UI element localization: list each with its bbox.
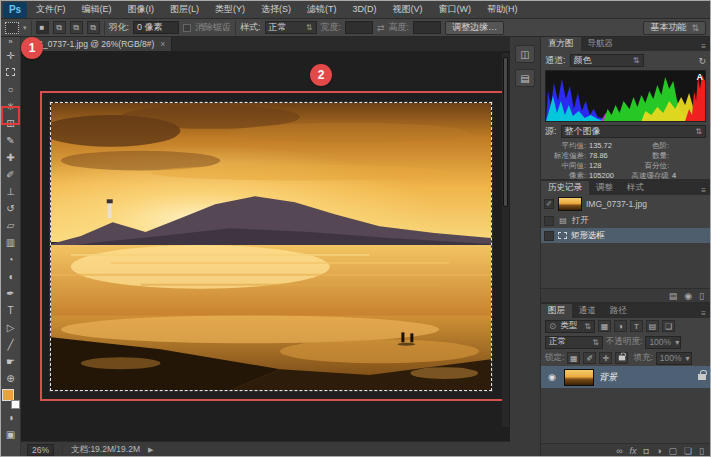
lock-transparent-pixels-icon[interactable]: ▦	[567, 352, 580, 364]
new-snapshot-icon[interactable]: ◉	[684, 291, 692, 301]
source-select[interactable]: 整个图像 ⇅	[561, 125, 706, 138]
zoom-level-input[interactable]: 26%	[27, 444, 54, 456]
fill-select[interactable]: 100% ▾	[656, 352, 692, 365]
add-selection-mode-button[interactable]: ⧉	[53, 21, 66, 34]
menu-view[interactable]: 视图(V)	[386, 1, 430, 18]
panel-menu-icon[interactable]: ≡	[697, 309, 710, 318]
document-image[interactable]	[50, 102, 492, 391]
feather-input[interactable]: 0 像素	[133, 21, 179, 34]
background-color-swatch[interactable]	[11, 400, 20, 409]
background-layer-row[interactable]: ◉ 背景	[541, 366, 710, 388]
subtract-selection-mode-button[interactable]: ⧉	[70, 21, 83, 34]
refresh-histogram-icon[interactable]: ↻	[698, 56, 706, 66]
history-brush-source-icon[interactable]: ✐	[544, 199, 554, 209]
filter-shape-layers-icon[interactable]: ▤	[646, 320, 659, 332]
history-step-marquee[interactable]: 矩形选框	[541, 228, 710, 243]
menu-file[interactable]: 文件(F)	[29, 1, 73, 18]
pen-tool[interactable]: ✒	[1, 285, 20, 302]
new-selection-mode-button[interactable]: ■	[36, 21, 49, 34]
link-layers-icon[interactable]: ∞	[616, 446, 622, 456]
delete-layer-icon[interactable]: ▯	[699, 446, 704, 456]
vertical-scrollbar[interactable]	[502, 53, 509, 427]
new-layer-icon[interactable]: ❏	[684, 446, 692, 456]
lock-all-icon[interactable]	[615, 352, 628, 364]
eraser-tool[interactable]: ▱	[1, 217, 20, 234]
style-select[interactable]: 正常 ⇅	[265, 21, 317, 34]
history-brush-tool[interactable]: ↺	[1, 200, 20, 217]
menu-image[interactable]: 图像(I)	[121, 1, 162, 18]
gradient-tool[interactable]: ▥	[1, 234, 20, 251]
blur-tool[interactable]: ◔	[1, 251, 20, 268]
menu-filter[interactable]: 滤镜(T)	[300, 1, 344, 18]
cached-data-warning-icon[interactable]: A	[697, 72, 704, 82]
menu-edit[interactable]: 编辑(E)	[75, 1, 119, 18]
menu-type[interactable]: 类型(Y)	[208, 1, 252, 18]
intersect-selection-mode-button[interactable]: ⧉	[87, 21, 100, 34]
clone-stamp-tool[interactable]: ⊥	[1, 183, 20, 200]
blend-mode-select[interactable]: 正常 ⇅	[545, 336, 603, 349]
menu-3d[interactable]: 3D(D)	[346, 1, 384, 18]
quick-mask-button[interactable]: ◑	[1, 409, 20, 426]
history-source-well[interactable]	[544, 231, 554, 241]
rectangular-marquee-tool[interactable]	[1, 64, 20, 81]
tab-history[interactable]: 历史记录	[541, 181, 589, 195]
tab-navigator[interactable]: 导航器	[581, 37, 621, 51]
tab-adjustments[interactable]: 调整	[589, 181, 620, 195]
workspace-select[interactable]: 基本功能 ⇅	[643, 21, 706, 35]
history-source-well[interactable]	[544, 216, 554, 226]
path-selection-tool[interactable]: ▷	[1, 319, 20, 336]
lasso-tool[interactable]: ○	[1, 81, 20, 98]
filter-adjustment-layers-icon[interactable]: ◑	[614, 320, 627, 332]
tab-paths[interactable]: 路径	[603, 304, 634, 318]
history-step-open[interactable]: ▤ 打开	[541, 213, 710, 228]
lock-position-icon[interactable]: ✛	[599, 352, 612, 364]
layer-filter-kind-select[interactable]: ⊙ 类型 ⇅	[545, 320, 595, 333]
swap-dimensions-icon[interactable]: ⇄	[377, 23, 385, 33]
screen-mode-button[interactable]: ▣	[1, 426, 20, 443]
tab-layers[interactable]: 图层	[541, 304, 572, 318]
layer-visibility-eye-icon[interactable]: ◉	[545, 372, 559, 382]
collapsed-panel-icon-2[interactable]: ▤	[515, 69, 535, 87]
width-input[interactable]	[345, 21, 373, 34]
panel-menu-icon[interactable]: ≡	[697, 186, 710, 195]
layer-effects-icon[interactable]: fx	[630, 446, 637, 456]
new-document-from-state-icon[interactable]: ▤	[669, 291, 678, 301]
collapse-toolbar-icon[interactable]: »	[1, 37, 20, 47]
antialias-checkbox[interactable]	[183, 24, 191, 32]
channel-select[interactable]: 颜色 ⇅	[570, 54, 644, 67]
zoom-tool[interactable]: ⊕	[1, 370, 20, 387]
tab-channels[interactable]: 通道	[572, 304, 603, 318]
close-icon[interactable]: ×	[160, 39, 165, 49]
filter-pixel-layers-icon[interactable]: ▦	[598, 320, 611, 332]
tab-styles[interactable]: 样式	[620, 181, 651, 195]
dodge-tool[interactable]: ◖	[1, 268, 20, 285]
brush-tool[interactable]: ✐	[1, 166, 20, 183]
hand-tool[interactable]: ☛	[1, 353, 20, 370]
canvas-area[interactable]	[21, 51, 510, 441]
filter-type-layers-icon[interactable]: T	[630, 320, 643, 332]
menu-layer[interactable]: 图层(L)	[163, 1, 206, 18]
move-tool[interactable]: ✛	[1, 47, 20, 64]
healing-brush-tool[interactable]: ✚	[1, 149, 20, 166]
new-group-icon[interactable]: ▢	[668, 446, 677, 456]
add-layer-mask-icon[interactable]: ◘	[644, 446, 649, 456]
tab-histogram[interactable]: 直方图	[541, 37, 581, 51]
filter-smart-objects-icon[interactable]: ❏	[662, 320, 675, 332]
current-tool-icon[interactable]	[5, 22, 19, 34]
panel-menu-icon[interactable]: ≡	[697, 42, 710, 51]
scrollbar-thumb[interactable]	[503, 57, 508, 207]
opacity-select[interactable]: 100% ▾	[645, 336, 681, 349]
collapsed-panel-icon-1[interactable]: ◫	[515, 45, 535, 63]
eyedropper-tool[interactable]: ✎	[1, 132, 20, 149]
document-tab[interactable]: IMG_0737-1.jpg @ 26%(RGB/8#) ×	[21, 37, 172, 51]
height-input[interactable]	[413, 21, 441, 34]
status-options-arrow-icon[interactable]: ▶	[148, 446, 153, 454]
line-tool[interactable]: ╱	[1, 336, 20, 353]
menu-window[interactable]: 窗口(W)	[432, 1, 479, 18]
tool-preset-arrow-icon[interactable]: ▾	[23, 24, 27, 32]
refine-edge-button[interactable]: 调整边缘…	[445, 21, 504, 35]
menu-select[interactable]: 选择(S)	[254, 1, 298, 18]
menu-help[interactable]: 帮助(H)	[480, 1, 525, 18]
new-adjustment-layer-icon[interactable]: ◑	[656, 446, 661, 456]
history-snapshot-row[interactable]: ✐ IMG_0737-1.jpg	[541, 195, 710, 213]
